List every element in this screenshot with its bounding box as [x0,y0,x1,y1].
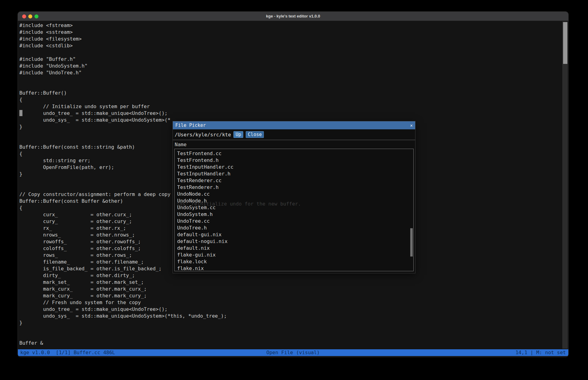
dialog-close-icon[interactable]: ✕ [410,123,413,128]
editor-area[interactable]: #include <fstream>#include <sstream>#inc… [18,21,568,349]
code-line: Buffer & [19,340,562,347]
code-line: // Fresh undo system for the copy [19,299,562,306]
file-list: TestFrontend.ccTestFrontend.hTestInputHa… [174,149,414,271]
file-item[interactable]: default-nogui.nix [177,238,413,245]
window-titlebar[interactable]: kge - kyle's text editor v1.0.0 [18,12,568,21]
file-item[interactable]: UndoSystem.cc [177,204,413,211]
file-item[interactable]: TestInputHandler.cc [177,164,413,170]
file-item[interactable]: UndoNode.h [177,198,413,204]
file-item[interactable]: default-gui.nix [177,231,413,238]
file-picker-title: File Picker [175,123,206,128]
file-item[interactable]: UndoSystem.h [177,211,413,218]
code-line [19,326,562,333]
code-line: { [19,96,562,103]
code-line: undo_sys_ = std::make_unique<UndoSystem>… [19,313,562,319]
code-line: #include "Buffer.h" [19,56,562,63]
file-item[interactable]: UndoNode.cc [177,191,413,198]
maximize-window-icon[interactable] [34,14,38,18]
file-item[interactable]: UndoTree.cc [177,218,413,225]
file-item[interactable]: TestFrontend.h [177,157,413,164]
file-item[interactable]: TestInputHandler.h [177,170,413,177]
file-item[interactable]: TestFrontend.cc [177,150,413,157]
file-item[interactable]: flake.nix [177,265,413,271]
code-line: #include "UndoSystem.h" [19,63,562,69]
file-item[interactable]: flake.lock [177,258,413,265]
column-header-name: Name [175,140,187,149]
code-line: } [19,319,562,326]
code-line: #include <cstdlib> [19,42,562,49]
code-line: mark_set_ = other.mark_set_; [19,279,562,286]
file-item[interactable]: UndoTree.h [177,225,413,231]
code-line: mark_curx_ = other.mark_curx_; [19,286,562,292]
editor-window: kge - kyle's text editor v1.0.0 #include… [18,11,569,357]
current-path: /Users/kyle/src/kte [175,132,231,138]
file-item[interactable]: TestRenderer.h [177,184,413,191]
status-bar: kge v1.0.0 [1/1] Buffer.cc 486L Open Fil… [18,349,568,356]
status-left: kge v1.0.0 [1/1] Buffer.cc 486L [20,349,115,356]
file-item[interactable]: default.nix [177,245,413,252]
code-line [19,333,562,340]
code-line: #include <fstream> [19,22,562,29]
path-row: /Users/kyle/src/kte Up Close [173,129,415,140]
code-line: mark_cury_ = other.mark_cury_; [19,292,562,299]
code-line: undo_tree_ = std::make_unique<UndoTree>(… [19,110,562,117]
editor-scrollbar[interactable] [562,22,568,349]
window-title: kge - kyle's text editor v1.0.0 [18,14,568,18]
status-cursor-position: 14,1 | M: not set [515,349,566,356]
code-line: #include <filesystem> [19,36,562,42]
code-line [19,49,562,56]
file-list-scrollbar-thumb[interactable] [410,228,413,257]
traffic-lights [22,12,38,21]
close-button[interactable]: Close [246,131,264,138]
file-picker-titlebar[interactable]: File Picker ✕ [173,121,415,129]
text-cursor [19,110,22,116]
code-line [19,83,562,90]
minimize-window-icon[interactable] [28,14,32,18]
code-line: undo_tree_ = std::make_unique<UndoTree>(… [19,306,562,313]
close-window-icon[interactable] [22,14,26,18]
code-line: #include <sstream> [19,29,562,36]
up-button[interactable]: Up [233,131,243,138]
code-line: // Initialize undo system per buffer [19,103,562,110]
code-line [19,76,562,83]
code-line: #include "UndoTree.h" [19,69,562,76]
code-line: Buffer::Buffer() [19,90,562,96]
file-item[interactable]: TestRenderer.cc [177,177,413,184]
editor-scrollbar-thumb[interactable] [563,22,567,64]
status-mode: Open File (visual) [266,349,320,356]
file-picker-dialog: File Picker ✕ /Users/kyle/src/kte Up Clo… [173,121,415,273]
file-item[interactable]: flake-gui.nix [177,252,413,258]
